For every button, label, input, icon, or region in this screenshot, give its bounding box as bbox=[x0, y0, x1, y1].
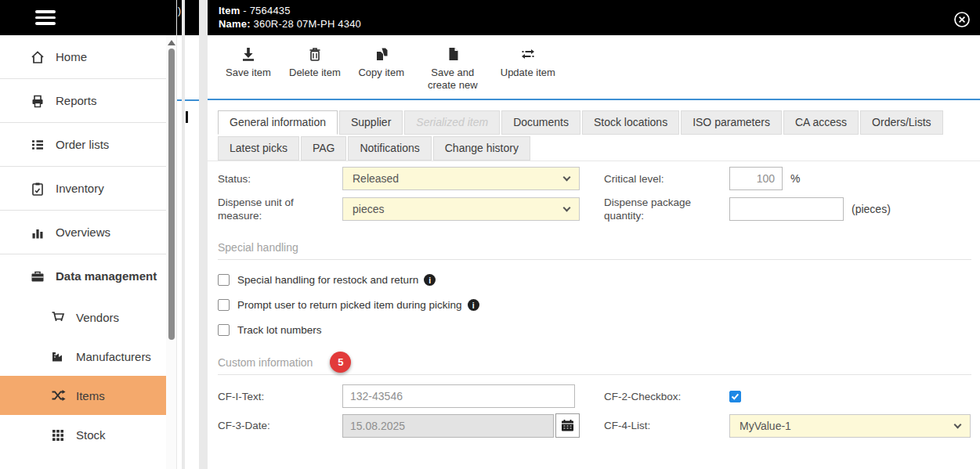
calendar-button[interactable] bbox=[555, 413, 580, 438]
tab-iso-parameters[interactable]: ISO parameters bbox=[681, 110, 782, 135]
tab-general-information[interactable]: General information bbox=[218, 110, 338, 135]
cf2-checkbox-label: CF-2-Checkbox: bbox=[604, 390, 729, 403]
form-row-cf3-cf4: CF-3-Date: CF-4-List: MyValue-1 bbox=[218, 413, 971, 438]
section-title-text: Custom information bbox=[218, 356, 313, 369]
scrollbar-up-arrow-icon[interactable] bbox=[168, 40, 175, 45]
tab-documents[interactable]: Documents bbox=[501, 110, 580, 135]
critical-level-label: Critical level: bbox=[604, 172, 729, 186]
checkbox-label: Special handling for restock and return bbox=[237, 274, 418, 286]
sidebar-item-manufacturers[interactable]: Manufacturers bbox=[0, 337, 166, 376]
list-icon bbox=[30, 137, 45, 153]
clipboard-check-icon bbox=[30, 181, 45, 197]
cf1-text-input[interactable] bbox=[342, 384, 575, 408]
toolbar-button-label: Save and create new bbox=[422, 67, 483, 92]
calendar-icon bbox=[561, 419, 574, 432]
scrollbar-thumb[interactable] bbox=[168, 49, 175, 340]
tab-supplier[interactable]: Supplier bbox=[339, 110, 403, 135]
item-name-value: 360R-28 07M-PH 4340 bbox=[251, 18, 361, 30]
home-icon bbox=[30, 49, 45, 65]
delete-item-button[interactable]: Delete item bbox=[289, 45, 341, 79]
save-item-button[interactable]: Save item bbox=[225, 45, 272, 79]
cf4-list-value: MyValue-1 bbox=[740, 420, 791, 432]
sidebar-item-order-lists[interactable]: Order lists bbox=[0, 123, 166, 167]
tab-orders-lists[interactable]: Orders/Lists bbox=[860, 110, 942, 135]
checkbox-unchecked[interactable] bbox=[218, 274, 230, 286]
panel-title-label: Item bbox=[219, 5, 240, 16]
background-panel-edge-2 bbox=[185, 0, 199, 469]
sidebar-item-stock[interactable]: Stock bbox=[0, 415, 166, 454]
sidebar-item-inventory[interactable]: Inventory bbox=[0, 167, 166, 211]
copy-item-button[interactable]: Copy item bbox=[358, 45, 405, 79]
tab-pag[interactable]: PAG bbox=[301, 136, 347, 161]
dispense-uom-value: pieces bbox=[353, 203, 384, 215]
checkbox-special-handling-restock-return[interactable]: Special handling for restock and return … bbox=[218, 274, 971, 286]
sidebar-item-overviews[interactable]: Overviews bbox=[0, 211, 166, 254]
cf3-date-label: CF-3-Date: bbox=[218, 419, 342, 432]
checkbox-unchecked[interactable] bbox=[218, 299, 230, 311]
panel-subtitle: Name: 360R-28 07M-PH 4340 bbox=[219, 18, 361, 31]
sync-arrows-icon bbox=[519, 45, 537, 63]
form-row-dispense: Dispense unit of measure: pieces Dispens… bbox=[218, 196, 971, 222]
info-icon[interactable]: i bbox=[468, 299, 479, 311]
sidebar-item-items[interactable]: Items bbox=[0, 376, 166, 415]
dispense-uom-select[interactable]: pieces bbox=[342, 197, 580, 221]
dispense-pkg-qty-input[interactable] bbox=[729, 197, 844, 221]
cf4-list-label: CF-4-List: bbox=[604, 419, 729, 432]
status-select[interactable]: Released bbox=[342, 167, 580, 190]
document-icon bbox=[444, 45, 461, 63]
toolbar-button-label: Copy item bbox=[358, 67, 404, 79]
sidebar-item-label: Data management bbox=[56, 269, 157, 283]
tab-ca-access[interactable]: CA access bbox=[783, 110, 859, 135]
checkbox-prompt-return-during-picking[interactable]: Prompt user to return picked item during… bbox=[218, 299, 971, 311]
sidebar-item-data-management[interactable]: Data management bbox=[0, 254, 166, 298]
sidebar-nav: Home Reports Order lists Inventory Overv… bbox=[0, 35, 166, 454]
section-divider bbox=[218, 374, 971, 375]
sidebar-item-reports[interactable]: Reports bbox=[0, 79, 166, 123]
cf4-list-select[interactable]: MyValue-1 bbox=[729, 414, 971, 438]
toolbar-button-label: Update item bbox=[501, 67, 555, 79]
item-name-label: Name: bbox=[219, 18, 251, 30]
divider bbox=[185, 99, 199, 101]
cf1-text-label: CF-I-Text: bbox=[218, 390, 342, 403]
sidebar-header bbox=[0, 0, 176, 35]
dispense-pkg-qty-field: (pieces) bbox=[729, 197, 971, 221]
sidebar-item-vendors[interactable]: Vendors bbox=[0, 298, 166, 337]
update-item-button[interactable]: Update item bbox=[501, 45, 555, 79]
app-screen: Home Reports Order lists Inventory Overv… bbox=[0, 0, 980, 469]
checkbox-label: Prompt user to return picked item during… bbox=[237, 299, 462, 311]
panel-title-value: - 7564435 bbox=[240, 5, 291, 16]
toolbar: Save item Delete item Copy item Save and… bbox=[208, 35, 980, 99]
close-icon[interactable] bbox=[953, 11, 971, 28]
special-handling-section-title: Special handling bbox=[218, 241, 971, 254]
sidebar-item-home[interactable]: Home bbox=[0, 35, 166, 79]
checkbox-unchecked[interactable] bbox=[218, 324, 230, 336]
background-panel-header-fragment: ) bbox=[177, 0, 182, 35]
cart-icon bbox=[50, 309, 66, 325]
panel-title: Item - 7564435 bbox=[219, 5, 361, 18]
general-information-form: Status: Released Critical level: % Dispe… bbox=[208, 161, 980, 438]
save-and-create-new-button[interactable]: Save and create new bbox=[422, 45, 483, 92]
trash-icon bbox=[306, 45, 324, 63]
tab-change-history[interactable]: Change history bbox=[433, 136, 530, 161]
tab-bar: General information Supplier Serialized … bbox=[208, 100, 980, 161]
tab-stock-locations[interactable]: Stock locations bbox=[582, 110, 679, 135]
checkbox-checked[interactable] bbox=[729, 391, 741, 402]
checkbox-label: Track lot numbers bbox=[237, 324, 322, 336]
tab-latest-picks[interactable]: Latest picks bbox=[218, 136, 299, 161]
cf3-date-input[interactable] bbox=[342, 414, 554, 438]
section-title-text: Special handling bbox=[218, 241, 298, 254]
menu-icon[interactable] bbox=[35, 10, 56, 25]
section-divider bbox=[218, 259, 971, 260]
info-icon[interactable]: i bbox=[424, 274, 436, 286]
sidebar-item-label: Reports bbox=[56, 94, 97, 107]
chevron-down-icon bbox=[563, 174, 571, 182]
form-row-cf1-cf2: CF-I-Text: CF-2-Checkbox: bbox=[218, 384, 971, 408]
critical-level-input[interactable] bbox=[729, 167, 783, 190]
tab-notifications[interactable]: Notifications bbox=[348, 136, 431, 161]
special-handling-checkboxes: Special handling for restock and return … bbox=[218, 274, 971, 336]
divider bbox=[177, 99, 182, 101]
background-panel-edge-1: ) bbox=[177, 0, 182, 469]
checkbox-track-lot-numbers[interactable]: Track lot numbers bbox=[218, 324, 971, 336]
sidebar-item-label: Home bbox=[56, 50, 87, 63]
sidebar-scrollbar[interactable] bbox=[166, 35, 176, 469]
